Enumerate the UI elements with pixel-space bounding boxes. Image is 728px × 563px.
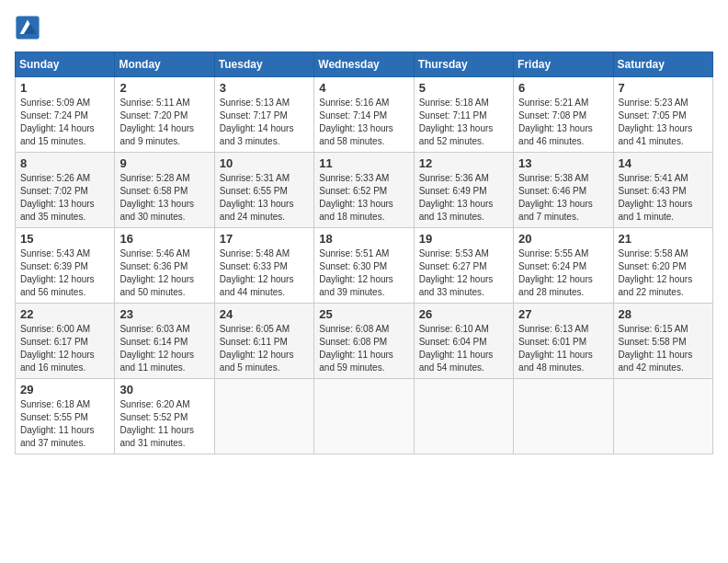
calendar-cell: 2Sunrise: 5:11 AMSunset: 7:20 PMDaylight… (115, 77, 214, 153)
column-header-wednesday: Wednesday (314, 52, 414, 77)
day-info: Sunrise: 5:33 AMSunset: 6:52 PMDaylight:… (319, 172, 408, 224)
day-number: 26 (419, 307, 508, 321)
calendar-cell: 30Sunrise: 6:20 AMSunset: 5:52 PMDayligh… (115, 379, 214, 454)
calendar-body: 1Sunrise: 5:09 AMSunset: 7:24 PMDaylight… (16, 77, 713, 454)
day-number: 11 (319, 156, 408, 170)
day-info: Sunrise: 5:16 AMSunset: 7:14 PMDaylight:… (319, 97, 408, 148)
day-info: Sunrise: 5:46 AMSunset: 6:36 PMDaylight:… (119, 247, 209, 299)
day-number: 1 (20, 81, 109, 95)
day-info: Sunrise: 5:09 AMSunset: 7:24 PMDaylight:… (20, 97, 109, 148)
calendar-cell: 23Sunrise: 6:03 AMSunset: 6:14 PMDayligh… (115, 304, 214, 379)
calendar-cell: 28Sunrise: 6:15 AMSunset: 5:58 PMDayligh… (613, 304, 712, 379)
calendar-cell: 27Sunrise: 6:13 AMSunset: 6:01 PMDayligh… (514, 304, 613, 379)
column-header-thursday: Thursday (414, 52, 513, 77)
day-number: 29 (20, 383, 109, 396)
column-header-monday: Monday (115, 52, 214, 77)
logo-icon (15, 15, 40, 40)
calendar-cell: 18Sunrise: 5:51 AMSunset: 6:30 PMDayligh… (314, 228, 414, 304)
column-header-saturday: Saturday (613, 52, 712, 77)
day-number: 2 (119, 81, 209, 95)
day-info: Sunrise: 6:03 AMSunset: 6:14 PMDaylight:… (119, 323, 209, 374)
day-number: 6 (518, 81, 608, 95)
day-info: Sunrise: 5:26 AMSunset: 7:02 PMDaylight:… (20, 172, 109, 224)
day-info: Sunrise: 5:48 AMSunset: 6:33 PMDaylight:… (220, 247, 309, 299)
day-info: Sunrise: 5:11 AMSunset: 7:20 PMDaylight:… (119, 97, 209, 148)
day-number: 4 (319, 81, 408, 95)
day-number: 24 (220, 307, 309, 321)
day-info: Sunrise: 6:13 AMSunset: 6:01 PMDaylight:… (518, 323, 608, 374)
day-number: 16 (119, 232, 209, 246)
calendar-cell: 21Sunrise: 5:58 AMSunset: 6:20 PMDayligh… (613, 228, 712, 304)
day-info: Sunrise: 5:18 AMSunset: 7:11 PMDaylight:… (419, 97, 508, 148)
calendar-cell: 13Sunrise: 5:38 AMSunset: 6:46 PMDayligh… (514, 153, 613, 228)
calendar-cell (514, 379, 613, 454)
day-info: Sunrise: 6:10 AMSunset: 6:04 PMDaylight:… (419, 323, 508, 374)
calendar-week-row: 29Sunrise: 6:18 AMSunset: 5:55 PMDayligh… (16, 379, 713, 454)
calendar-header-row: SundayMondayTuesdayWednesdayThursdayFrid… (16, 52, 713, 77)
calendar-cell: 25Sunrise: 6:08 AMSunset: 6:08 PMDayligh… (314, 304, 414, 379)
day-number: 22 (20, 307, 109, 321)
calendar-cell (214, 379, 313, 454)
calendar-cell: 1Sunrise: 5:09 AMSunset: 7:24 PMDaylight… (16, 77, 115, 153)
calendar-cell: 5Sunrise: 5:18 AMSunset: 7:11 PMDaylight… (414, 77, 513, 153)
day-number: 30 (119, 383, 209, 396)
day-number: 19 (419, 232, 508, 246)
calendar-cell: 12Sunrise: 5:36 AMSunset: 6:49 PMDayligh… (414, 153, 513, 228)
calendar-cell: 24Sunrise: 6:05 AMSunset: 6:11 PMDayligh… (214, 304, 313, 379)
calendar-cell: 10Sunrise: 5:31 AMSunset: 6:55 PMDayligh… (214, 153, 313, 228)
day-info: Sunrise: 6:05 AMSunset: 6:11 PMDaylight:… (220, 323, 309, 374)
header (15, 15, 713, 40)
calendar-week-row: 15Sunrise: 5:43 AMSunset: 6:39 PMDayligh… (16, 228, 713, 304)
day-number: 10 (220, 156, 309, 170)
day-number: 3 (220, 81, 309, 95)
day-number: 5 (419, 81, 508, 95)
calendar-cell: 4Sunrise: 5:16 AMSunset: 7:14 PMDaylight… (314, 77, 414, 153)
day-info: Sunrise: 6:15 AMSunset: 5:58 PMDaylight:… (619, 323, 708, 374)
day-info: Sunrise: 5:43 AMSunset: 6:39 PMDaylight:… (20, 247, 109, 299)
day-number: 8 (20, 156, 109, 170)
day-number: 14 (619, 156, 708, 170)
calendar-cell: 8Sunrise: 5:26 AMSunset: 7:02 PMDaylight… (16, 153, 115, 228)
day-number: 12 (419, 156, 508, 170)
day-info: Sunrise: 6:20 AMSunset: 5:52 PMDaylight:… (119, 398, 209, 450)
day-info: Sunrise: 5:41 AMSunset: 6:43 PMDaylight:… (619, 172, 708, 224)
day-info: Sunrise: 5:21 AMSunset: 7:08 PMDaylight:… (518, 97, 608, 148)
day-info: Sunrise: 5:28 AMSunset: 6:58 PMDaylight:… (119, 172, 209, 224)
day-number: 20 (518, 232, 608, 246)
calendar-cell (613, 379, 712, 454)
column-header-tuesday: Tuesday (214, 52, 313, 77)
day-info: Sunrise: 6:18 AMSunset: 5:55 PMDaylight:… (20, 398, 109, 450)
calendar-week-row: 8Sunrise: 5:26 AMSunset: 7:02 PMDaylight… (16, 153, 713, 228)
calendar-cell: 14Sunrise: 5:41 AMSunset: 6:43 PMDayligh… (613, 153, 712, 228)
day-number: 7 (619, 81, 708, 95)
day-info: Sunrise: 6:08 AMSunset: 6:08 PMDaylight:… (319, 323, 408, 374)
day-number: 13 (518, 156, 608, 170)
day-info: Sunrise: 6:00 AMSunset: 6:17 PMDaylight:… (20, 323, 109, 374)
day-number: 28 (619, 307, 708, 321)
calendar-cell: 16Sunrise: 5:46 AMSunset: 6:36 PMDayligh… (115, 228, 214, 304)
calendar-cell: 19Sunrise: 5:53 AMSunset: 6:27 PMDayligh… (414, 228, 513, 304)
day-info: Sunrise: 5:58 AMSunset: 6:20 PMDaylight:… (619, 247, 708, 299)
day-info: Sunrise: 5:53 AMSunset: 6:27 PMDaylight:… (419, 247, 508, 299)
column-header-sunday: Sunday (16, 52, 115, 77)
day-info: Sunrise: 5:51 AMSunset: 6:30 PMDaylight:… (319, 247, 408, 299)
calendar-cell: 7Sunrise: 5:23 AMSunset: 7:05 PMDaylight… (613, 77, 712, 153)
calendar-cell: 3Sunrise: 5:13 AMSunset: 7:17 PMDaylight… (214, 77, 313, 153)
day-info: Sunrise: 5:36 AMSunset: 6:49 PMDaylight:… (419, 172, 508, 224)
day-number: 27 (518, 307, 608, 321)
calendar-cell (314, 379, 414, 454)
logo (15, 15, 44, 40)
calendar-cell (414, 379, 513, 454)
day-info: Sunrise: 5:55 AMSunset: 6:24 PMDaylight:… (518, 247, 608, 299)
calendar-cell: 17Sunrise: 5:48 AMSunset: 6:33 PMDayligh… (214, 228, 313, 304)
calendar-cell: 9Sunrise: 5:28 AMSunset: 6:58 PMDaylight… (115, 153, 214, 228)
day-number: 25 (319, 307, 408, 321)
column-header-friday: Friday (514, 52, 613, 77)
calendar-week-row: 1Sunrise: 5:09 AMSunset: 7:24 PMDaylight… (16, 77, 713, 153)
day-number: 23 (119, 307, 209, 321)
calendar-cell: 20Sunrise: 5:55 AMSunset: 6:24 PMDayligh… (514, 228, 613, 304)
day-number: 9 (119, 156, 209, 170)
calendar-cell: 22Sunrise: 6:00 AMSunset: 6:17 PMDayligh… (16, 304, 115, 379)
day-number: 15 (20, 232, 109, 246)
calendar-cell: 6Sunrise: 5:21 AMSunset: 7:08 PMDaylight… (514, 77, 613, 153)
